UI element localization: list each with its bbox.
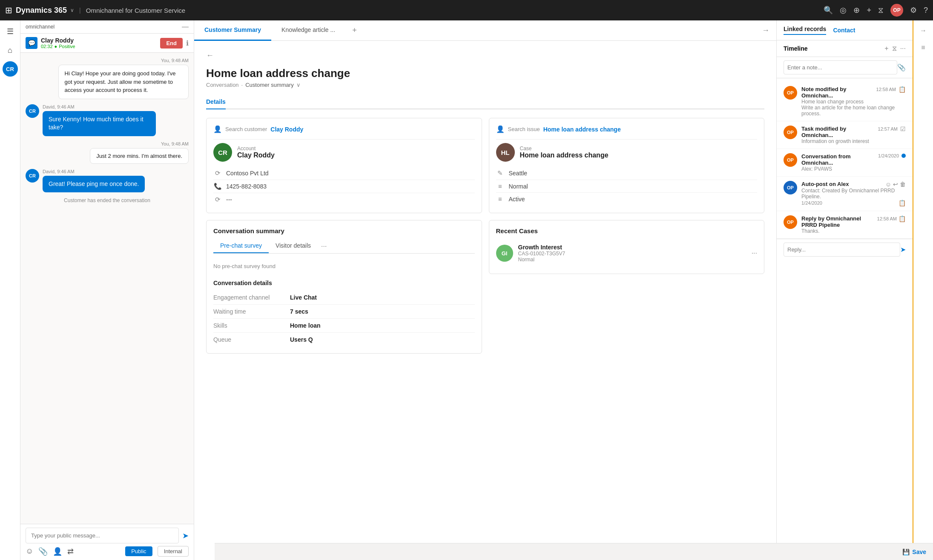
summary-tab-more[interactable]: ··· xyxy=(318,243,330,250)
sidebar-menu-icon[interactable]: ☰ xyxy=(3,24,18,39)
tl-title-1: Note modified by Omnichan... xyxy=(801,86,876,99)
tl-title-5: Reply by Omnichannel PRRD Pipeline xyxy=(801,215,877,228)
conv-details-title: Conversation details xyxy=(213,280,475,286)
tab-customer-summary[interactable]: Customer Summary xyxy=(194,20,271,41)
frp-expand-icon[interactable]: → xyxy=(916,24,930,37)
timeline-filter-icon[interactable]: ⧖ xyxy=(892,45,897,52)
module-name: Omnichannel for Customer Service xyxy=(86,7,185,14)
recent-cases-section: Recent Cases GI Growth Interest CAS-0100… xyxy=(489,220,765,360)
note-input[interactable] xyxy=(784,60,897,74)
conversation-summary-section: Conversation summary Pre-chat survey Vis… xyxy=(206,220,482,360)
note-attachment-icon[interactable]: 📎 xyxy=(897,63,906,71)
public-button[interactable]: Public xyxy=(125,546,152,556)
end-button[interactable]: End xyxy=(160,38,183,49)
tl-title-4: Auto-post on Alex xyxy=(801,181,849,187)
apps-grid-icon[interactable]: ⊞ xyxy=(5,5,12,15)
left-sidebar: ☰ ⌂ CR xyxy=(0,20,20,560)
transfer-icon[interactable]: ⇄ xyxy=(67,547,74,556)
save-button[interactable]: 💾 Save xyxy=(902,549,926,555)
message-you-3: You, 9:48 AM Just 2 more mins. I'm almos… xyxy=(90,141,189,164)
breadcrumb-2: Customer summary xyxy=(245,82,293,88)
search-case-value[interactable]: Home loan address change xyxy=(543,126,621,133)
far-right-panel: → ≡ xyxy=(913,20,933,560)
tl-avatar-3: OP xyxy=(784,153,797,167)
case-label: Case xyxy=(520,146,609,151)
timeline-label: Timeline xyxy=(784,45,884,52)
conv-detail-skills: Skills Home loan xyxy=(213,319,475,333)
app-chevron[interactable]: ∨ xyxy=(70,7,74,13)
tab-details[interactable]: Details xyxy=(206,95,226,109)
case-name: Home loan address change xyxy=(520,151,609,159)
linked-records-tab[interactable]: Linked records xyxy=(784,26,826,35)
contact-tab[interactable]: Contact xyxy=(833,27,855,34)
filter-icon[interactable]: ⧖ xyxy=(878,6,884,15)
waiting-label: Waiting time xyxy=(213,308,290,315)
tab-expand-icon[interactable]: → xyxy=(755,26,776,35)
recent-cases-title: Recent Cases xyxy=(496,227,758,234)
add-icon[interactable]: + xyxy=(867,6,871,15)
reply-send-icon[interactable]: ➤ xyxy=(900,246,906,254)
tl-icon-5: 📋 xyxy=(899,215,906,222)
settings-icon[interactable]: ⚙ xyxy=(910,6,917,15)
timeline-item-5: OP Reply by Omnichannel PRRD Pipeline 12… xyxy=(777,211,913,239)
summary-title: Conversation summary xyxy=(213,227,475,234)
queue-label: Queue xyxy=(213,336,290,343)
avatar-cr-2: CR xyxy=(26,104,39,118)
internal-button[interactable]: Internal xyxy=(158,546,189,557)
session-header: 💬 Clay Roddy 02:32 ● Positive End ℹ xyxy=(20,34,194,53)
question-icon[interactable]: ? xyxy=(924,6,928,15)
search-customer-value[interactable]: Clay Roddy xyxy=(270,126,303,133)
user-avatar[interactable]: OP xyxy=(890,4,903,17)
phone-value: 1425-882-8083 xyxy=(226,183,267,190)
chat-input[interactable] xyxy=(26,528,179,543)
cards-row: 👤 Search customer Clay Roddy CR Account … xyxy=(206,118,764,213)
tl-title-2: Task modified by Omnichan... xyxy=(801,126,878,138)
recent-cases-card: Recent Cases GI Growth Interest CAS-0100… xyxy=(489,220,765,274)
timeline-header: Timeline + ⧖ ··· xyxy=(777,40,913,57)
search-icon[interactable]: 🔍 xyxy=(824,6,833,15)
conversation-summary-card: Conversation summary Pre-chat survey Vis… xyxy=(206,220,482,354)
timeline-more-icon[interactable]: ··· xyxy=(900,45,906,52)
status-icon: ≡ xyxy=(496,195,505,203)
msg-label-1: You, 9:48 AM xyxy=(58,58,189,63)
tl-emoji-icon[interactable]: ☺ xyxy=(885,181,891,188)
back-button[interactable]: ← xyxy=(206,51,764,60)
session-status: 02:32 ● Positive xyxy=(41,44,157,49)
profile-icon[interactable]: 👤 xyxy=(53,547,62,556)
tl-detail-1: Write an article for the home loan chang… xyxy=(801,105,906,117)
customer-name: Clay Roddy xyxy=(237,151,275,159)
company-icon: ⟳ xyxy=(213,169,222,177)
tab-visitor[interactable]: Visitor details xyxy=(269,240,318,253)
tl-content-4: Auto-post on Alex ☺ ↩ 🗑 Contact: Created… xyxy=(801,181,906,206)
info-icon[interactable]: ℹ xyxy=(186,39,189,47)
case-item-more[interactable]: ··· xyxy=(752,249,757,257)
chat-panel: omnichannel — 💬 Clay Roddy 02:32 ● Posit… xyxy=(20,20,194,560)
timeline-add-icon[interactable]: + xyxy=(884,45,888,52)
extra-icon: ⟳ xyxy=(213,196,222,203)
summary-tabs: Pre-chat survey Visitor details ··· xyxy=(213,240,475,254)
tl-content-1: Note modified by Omnichan... 12:58 AM 📋 … xyxy=(801,86,906,117)
extra-value: --- xyxy=(226,196,232,203)
tl-reply-icon[interactable]: ↩ xyxy=(893,181,898,188)
priority-icon: ≡ xyxy=(496,183,505,190)
reply-input[interactable] xyxy=(784,243,900,257)
sidebar-home-icon[interactable]: ⌂ xyxy=(3,43,18,58)
tl-subtitle-1: Home loan change process xyxy=(801,99,906,105)
case-person-row: HL Case Home loan address change xyxy=(496,143,758,162)
minimize-button[interactable]: — xyxy=(182,23,189,31)
emoji-icon[interactable]: ☺ xyxy=(26,547,33,556)
insights-icon[interactable]: ◎ xyxy=(840,6,847,15)
conv-detail-queue: Queue Users Q xyxy=(213,333,475,346)
tab-prechat[interactable]: Pre-chat survey xyxy=(213,240,269,253)
help-icon[interactable]: ⊕ xyxy=(853,6,860,15)
send-icon[interactable]: ➤ xyxy=(182,531,189,540)
tab-knowledge-article[interactable]: Knowledge article ... xyxy=(271,20,345,41)
session-badge[interactable]: CR xyxy=(3,61,18,77)
account-label: Account xyxy=(237,146,275,151)
conv-detail-channel: Engagement channel Live Chat xyxy=(213,291,475,305)
frp-list-icon[interactable]: ≡ xyxy=(916,41,930,54)
tl-delete-icon[interactable]: 🗑 xyxy=(900,181,906,188)
company-field: ⟳ Contoso Pvt Ltd xyxy=(213,167,475,180)
attach-icon[interactable]: 📎 xyxy=(38,547,48,556)
tab-add-button[interactable]: + xyxy=(345,26,364,35)
